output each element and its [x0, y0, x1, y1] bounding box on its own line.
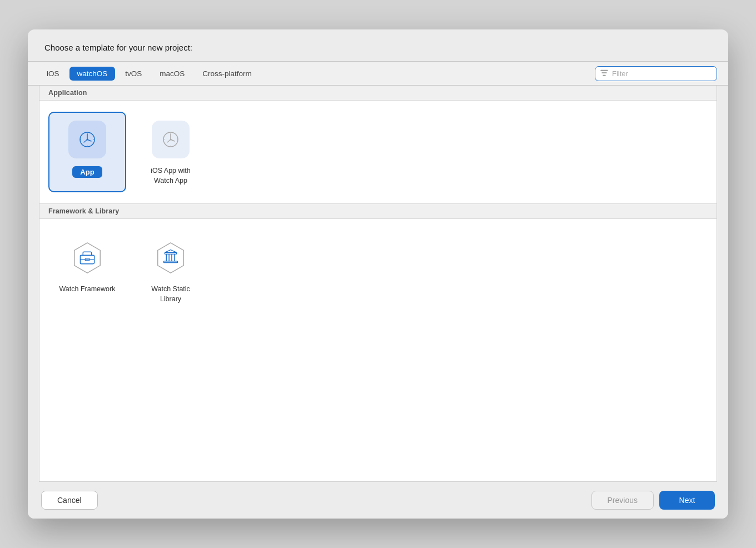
tab-bar: iOS watchOS tvOS macOS Cross-platform	[28, 61, 728, 86]
tab-macos[interactable]: macOS	[152, 67, 192, 81]
svg-point-13	[170, 139, 172, 141]
dialog-title: Choose a template for your new project:	[28, 29, 728, 61]
next-button[interactable]: Next	[659, 491, 715, 510]
template-item-ios-watch[interactable]: iOS App withWatch App	[132, 112, 210, 192]
template-item-app[interactable]: App	[48, 112, 126, 192]
svg-point-4	[87, 139, 88, 141]
content-area: Application	[39, 86, 717, 482]
framework-icon	[70, 241, 105, 275]
library-icon	[153, 241, 188, 275]
previous-button[interactable]: Previous	[591, 491, 654, 510]
tab-tvos[interactable]: tvOS	[117, 67, 150, 81]
app-icon	[68, 121, 106, 158]
watch-static-library-label: Watch StaticLibrary	[151, 285, 190, 304]
template-item-watch-framework[interactable]: Watch Framework	[48, 230, 126, 311]
tab-ios[interactable]: iOS	[39, 67, 67, 81]
cancel-button[interactable]: Cancel	[41, 491, 98, 510]
tab-cross-platform[interactable]: Cross-platform	[195, 67, 260, 81]
app-label-badge: App	[72, 166, 102, 178]
svg-rect-28	[163, 261, 177, 263]
svg-marker-22	[158, 243, 184, 273]
ios-watch-icon	[152, 121, 190, 158]
tab-watchos[interactable]: watchOS	[69, 67, 116, 81]
dialog-footer: Cancel Previous Next	[28, 482, 728, 519]
watch-framework-label: Watch Framework	[59, 285, 116, 295]
template-item-watch-static-library[interactable]: Watch StaticLibrary	[132, 230, 210, 311]
section-header-framework: Framework & Library	[39, 203, 717, 219]
framework-grid: Watch Framework	[39, 219, 717, 322]
filter-input[interactable]	[595, 66, 717, 81]
footer-right: Previous Next	[591, 491, 715, 510]
section-header-application: Application	[39, 86, 717, 101]
application-grid: App	[39, 101, 717, 203]
new-project-dialog: Choose a template for your new project: …	[28, 29, 728, 519]
svg-marker-18	[74, 243, 101, 273]
filter-input-wrap	[595, 66, 717, 81]
ios-watch-label: iOS App withWatch App	[151, 166, 191, 186]
